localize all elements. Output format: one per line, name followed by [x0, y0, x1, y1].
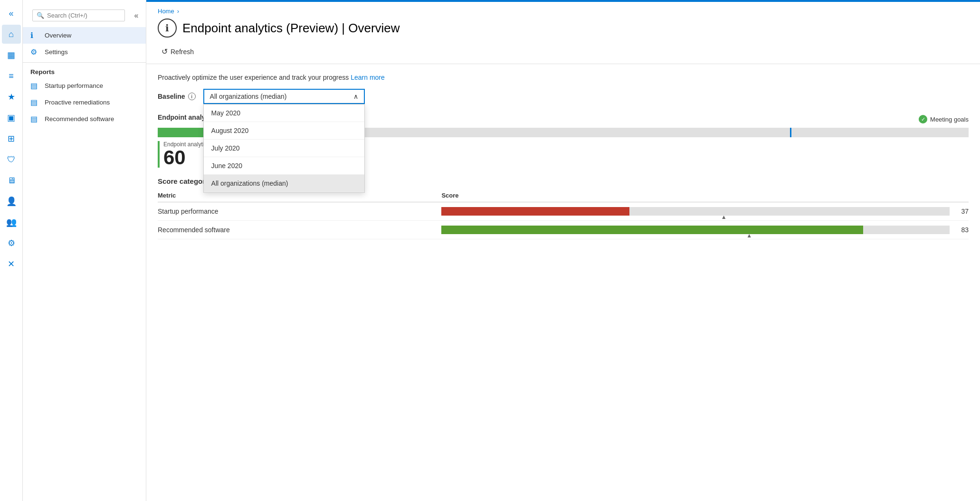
close-icon[interactable]: ✕ — [2, 255, 21, 274]
description-text: Proactively optimize the user experience… — [158, 74, 969, 81]
cat-bar-fill — [441, 226, 863, 234]
meeting-goals-badge: ✓ Meeting goals — [919, 115, 969, 123]
baseline-info-icon[interactable]: i — [188, 93, 196, 100]
main-bar-marker — [790, 128, 791, 137]
score-table: Metric Score Startup performance ▲ 37 Re… — [158, 189, 969, 239]
sidebar-proactive-label: Proactive remediations — [45, 99, 110, 106]
home-icon[interactable]: ⌂ — [2, 25, 21, 44]
toolbar: ↺ Refresh — [146, 45, 980, 64]
monitor-icon[interactable]: 🖥 — [2, 171, 21, 190]
metric-cell: Recommended software — [158, 221, 441, 239]
page-header: ℹ Endpoint analytics (Preview) | Overvie… — [146, 15, 980, 45]
baseline-label: Baseline i — [158, 93, 196, 100]
sidebar-item-proactive-remediations[interactable]: ▤ Proactive remediations — [23, 94, 146, 111]
list-icon[interactable]: ≡ — [2, 66, 21, 85]
baseline-dropdown-button[interactable]: All organizations (median) ∧ — [203, 89, 365, 104]
sidebar: 🔍 « ℹ Overview ⚙ Settings Reports ▤ Star… — [23, 0, 146, 501]
dashboard-icon[interactable]: ▦ — [2, 46, 21, 65]
baseline-row: Baseline i All organizations (median) ∧ … — [158, 89, 969, 104]
breadcrumb-separator: › — [177, 8, 179, 15]
collapse-icon[interactable]: « — [2, 4, 21, 23]
dropdown-item-may2020[interactable]: May 2020 — [204, 104, 364, 122]
search-icon: 🔍 — [37, 12, 44, 19]
sidebar-recommended-label: Recommended software — [45, 115, 114, 123]
table-row: Recommended software ▲ 83 — [158, 221, 969, 239]
devices-icon[interactable]: ▣ — [2, 108, 21, 127]
cat-bar-fill — [441, 207, 629, 216]
metric-cell: Startup performance — [158, 202, 441, 221]
refresh-icon: ↺ — [162, 47, 168, 56]
sidebar-item-startup-performance[interactable]: ▤ Startup performance — [23, 77, 146, 94]
score-cell: ▲ 37 — [441, 202, 969, 221]
sidebar-item-settings[interactable]: ⚙ Settings — [23, 44, 146, 60]
sidebar-collapse-button[interactable]: « — [131, 10, 142, 21]
page-header-icon: ℹ — [158, 19, 177, 38]
dropdown-item-jun2020[interactable]: June 2020 — [204, 157, 364, 175]
meeting-goals-icon: ✓ — [919, 115, 927, 123]
shield-icon[interactable]: 🛡 — [2, 150, 21, 169]
reports-section-header: Reports — [23, 62, 146, 77]
sidebar-item-recommended-software[interactable]: ▤ Recommended software — [23, 111, 146, 127]
chevron-up-icon: ∧ — [353, 93, 358, 100]
dropdown-item-jul2020[interactable]: July 2020 — [204, 140, 364, 157]
dropdown-item-all-orgs[interactable]: All organizations (median) — [204, 175, 364, 192]
main-content: Home › ℹ Endpoint analytics (Preview) | … — [146, 0, 980, 501]
gear-settings-icon[interactable]: ⚙ — [2, 234, 21, 253]
breadcrumb-home[interactable]: Home — [158, 8, 174, 15]
sidebar-item-settings-label: Settings — [45, 48, 68, 56]
baseline-dropdown-menu: May 2020 August 2020 July 2020 June 2020… — [203, 104, 365, 193]
cat-bar-track: ▲ — [441, 226, 950, 234]
learn-more-link[interactable]: Learn more — [351, 74, 385, 81]
cat-bar-triangle: ▲ — [746, 232, 752, 239]
startup-icon: ▤ — [30, 81, 40, 90]
score-left-accent — [158, 141, 160, 168]
icon-rail: « ⌂ ▦ ≡ ★ ▣ ⊞ 🛡 🖥 👤 👥 ⚙ ✕ — [0, 0, 23, 501]
cat-bar-track: ▲ — [441, 207, 950, 216]
cat-score-number: 83 — [954, 226, 969, 234]
baseline-dropdown[interactable]: All organizations (median) ∧ May 2020 Au… — [203, 89, 365, 104]
content-area: Proactively optimize the user experience… — [146, 64, 980, 249]
users-icon[interactable]: 👤 — [2, 192, 21, 211]
baseline-selected-value: All organizations (median) — [210, 93, 287, 100]
meeting-goals-label: Meeting goals — [930, 116, 969, 123]
refresh-label: Refresh — [171, 48, 194, 56]
group-icon[interactable]: 👥 — [2, 213, 21, 232]
sidebar-startup-label: Startup performance — [45, 82, 103, 89]
refresh-button[interactable]: ↺ Refresh — [158, 45, 198, 58]
overview-icon: ℹ — [30, 31, 40, 40]
settings-nav-icon: ⚙ — [30, 47, 40, 57]
sidebar-item-overview[interactable]: ℹ Overview — [23, 27, 146, 44]
search-box[interactable]: 🔍 — [32, 9, 125, 21]
page-title: Endpoint analytics (Preview) | Overview — [182, 21, 400, 36]
apps-icon[interactable]: ⊞ — [2, 129, 21, 148]
dropdown-item-aug2020[interactable]: August 2020 — [204, 122, 364, 140]
proactive-icon: ▤ — [30, 98, 40, 107]
breadcrumb: Home › — [146, 2, 980, 15]
col-header-score: Score — [441, 189, 969, 202]
search-input[interactable] — [47, 12, 121, 19]
sidebar-item-overview-label: Overview — [45, 32, 71, 39]
score-cell: ▲ 83 — [441, 221, 969, 239]
favorites-icon[interactable]: ★ — [2, 87, 21, 106]
cat-score-number: 37 — [954, 208, 969, 215]
cat-bar-triangle: ▲ — [721, 214, 727, 220]
recommended-icon: ▤ — [30, 114, 40, 123]
table-row: Startup performance ▲ 37 — [158, 202, 969, 221]
